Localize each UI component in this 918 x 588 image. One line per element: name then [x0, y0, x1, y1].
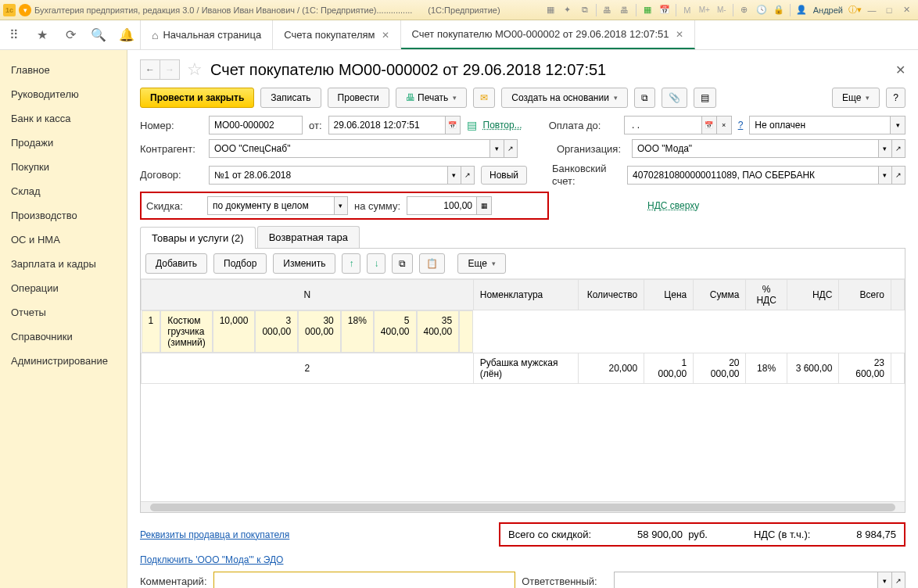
star-icon[interactable]: ★	[28, 20, 56, 49]
tab-tara[interactable]: Возвратная тара	[257, 226, 360, 248]
pin-icon[interactable]: ⟳	[56, 20, 84, 49]
report-button[interactable]: ▤	[694, 88, 716, 108]
doc-icon[interactable]: ▤	[467, 119, 477, 131]
col-total[interactable]: Всего	[839, 280, 891, 310]
info-icon[interactable]: ⓘ▾	[848, 3, 862, 17]
tool-icon[interactable]: ✦	[561, 3, 575, 17]
date-field[interactable]	[328, 116, 446, 134]
dropdown-icon[interactable]: ▾	[19, 4, 31, 16]
calendar-icon[interactable]: 📅	[658, 3, 672, 17]
col-n[interactable]: N	[142, 280, 474, 310]
move-down-button[interactable]: ↓	[367, 253, 385, 274]
sidebar-item[interactable]: Администрирование	[0, 349, 127, 373]
table-more-button[interactable]: Еще▾	[457, 253, 505, 274]
open-icon[interactable]: ↗	[891, 572, 905, 588]
org-field[interactable]	[632, 139, 879, 158]
col-qty[interactable]: Количество	[578, 280, 644, 310]
sidebar-item[interactable]: Продажи	[0, 131, 127, 155]
hscrollbar[interactable]	[141, 501, 905, 512]
help-icon[interactable]: ?	[738, 120, 744, 131]
responsible-field[interactable]	[614, 572, 878, 588]
create-based-button[interactable]: Создать на основании▾	[501, 88, 628, 108]
dropdown-icon[interactable]: ▾	[890, 116, 905, 134]
dropdown-icon[interactable]: ▾	[878, 139, 892, 158]
more-button[interactable]: Еще▾	[832, 88, 880, 108]
print-icon[interactable]: 🖶	[601, 3, 615, 17]
sidebar-item[interactable]: Производство	[0, 203, 127, 228]
close-page-button[interactable]: ✕	[895, 63, 905, 77]
mail-button[interactable]: ✉	[473, 88, 495, 108]
col-sum[interactable]: Сумма	[694, 280, 746, 310]
calendar-icon[interactable]: 📅	[445, 116, 461, 134]
edo-link[interactable]: Подключить 'ООО "Мода"' к ЭДО	[140, 554, 283, 565]
comment-field[interactable]	[213, 572, 516, 588]
search-icon[interactable]: 🔍	[84, 20, 113, 49]
discount-type-field[interactable]	[207, 196, 335, 215]
dropdown-icon[interactable]: ▾	[489, 139, 504, 158]
contract-field[interactable]	[209, 166, 448, 185]
apps-icon[interactable]: ⠿	[0, 20, 28, 49]
pick-button[interactable]: Подбор	[213, 253, 267, 274]
number-field[interactable]	[209, 116, 303, 134]
sidebar-item[interactable]: Банк и касса	[0, 106, 127, 131]
attach-button[interactable]: 📎	[662, 88, 687, 108]
move-up-button[interactable]: ↑	[342, 253, 360, 274]
open-icon[interactable]: ↗	[891, 166, 905, 185]
tool-icon[interactable]: ⧉	[578, 3, 592, 17]
post-and-close-button[interactable]: Провести и закрыть	[140, 88, 254, 108]
sidebar-item[interactable]: Зарплата и кадры	[0, 252, 127, 276]
calc-icon[interactable]: ▦	[476, 196, 492, 215]
m-minus-button[interactable]: M-	[715, 3, 729, 17]
m-button[interactable]: M	[680, 3, 694, 17]
print-button[interactable]: 🖶 Печать▾	[396, 88, 468, 108]
close-button[interactable]: ✕	[899, 3, 913, 17]
add-button[interactable]: Добавить	[145, 253, 207, 274]
new-contract-button[interactable]: Новый	[481, 166, 527, 185]
copy-button[interactable]: ⧉	[392, 253, 413, 274]
bank-field[interactable]	[627, 166, 879, 185]
clear-icon[interactable]: ×	[716, 116, 732, 134]
vat-link[interactable]: НДС сверху	[647, 200, 699, 211]
lock-icon[interactable]: 🔒	[772, 3, 786, 17]
tab-home[interactable]: ⌂ Начальная страница	[141, 20, 273, 49]
dropdown-icon[interactable]: ▾	[334, 196, 348, 215]
favorite-icon[interactable]: ☆	[187, 59, 203, 80]
counterparty-field[interactable]	[209, 139, 490, 158]
close-icon[interactable]: ✕	[676, 29, 683, 40]
zoom-icon[interactable]: ⊕	[737, 3, 751, 17]
user-name[interactable]: Андрей	[813, 5, 843, 15]
structure-button[interactable]: ⧉	[634, 88, 655, 108]
calendar-icon[interactable]: 📅	[701, 116, 717, 134]
time-icon[interactable]: 🕓	[755, 3, 769, 17]
dropdown-icon[interactable]: ▾	[877, 572, 891, 588]
tab-goods[interactable]: Товары и услуги (2)	[140, 227, 256, 249]
repeat-link[interactable]: Повтор...	[483, 120, 522, 131]
col-price[interactable]: Цена	[644, 280, 694, 310]
save-button[interactable]: Записать	[260, 88, 321, 108]
sidebar-item[interactable]: Операции	[0, 276, 127, 300]
help-button[interactable]: ?	[886, 88, 905, 108]
sidebar-item[interactable]: Руководителю	[0, 82, 127, 106]
discount-sum-field[interactable]	[407, 196, 477, 215]
open-icon[interactable]: ↗	[891, 139, 905, 158]
m-plus-button[interactable]: M+	[697, 3, 712, 17]
tab-current-invoice[interactable]: Счет покупателю МО00-000002 от 29.06.201…	[401, 20, 695, 49]
open-icon[interactable]: ↗	[504, 139, 518, 158]
open-icon[interactable]: ↗	[461, 166, 475, 185]
status-field[interactable]	[749, 116, 891, 134]
paydue-field[interactable]	[624, 116, 702, 134]
sidebar-item[interactable]: Покупки	[0, 155, 127, 179]
tool-icon[interactable]: ▦	[543, 3, 558, 17]
print2-icon[interactable]: 🖶	[618, 3, 632, 17]
close-icon[interactable]: ✕	[382, 30, 389, 41]
forward-button[interactable]: →	[160, 59, 180, 80]
col-name[interactable]: Номенклатура	[473, 280, 578, 310]
edit-button[interactable]: Изменить	[273, 253, 335, 274]
sidebar-item[interactable]: Справочники	[0, 324, 127, 349]
tab-invoices[interactable]: Счета покупателям ✕	[273, 20, 400, 49]
post-button[interactable]: Провести	[328, 88, 389, 108]
table-row[interactable]: 1Костюм грузчика (зимний)10,0003 000,003…	[142, 310, 474, 353]
sidebar-item[interactable]: Отчеты	[0, 300, 127, 324]
sidebar-item[interactable]: Главное	[0, 58, 127, 82]
dropdown-icon[interactable]: ▾	[447, 166, 461, 185]
